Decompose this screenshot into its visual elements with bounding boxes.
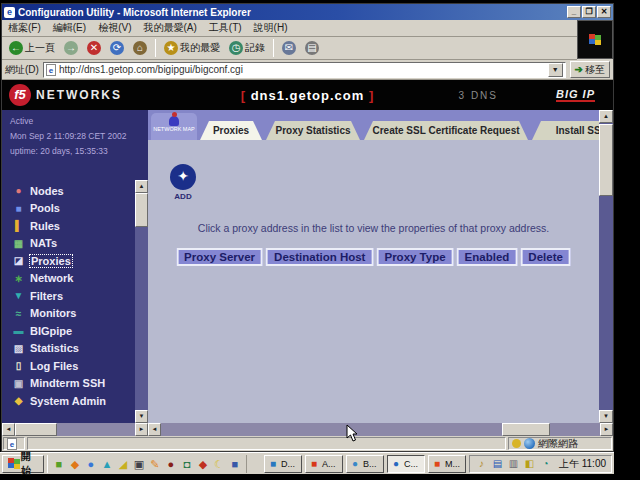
forward-button[interactable]: → [61, 39, 81, 58]
task-button-3[interactable]: ●B... [346, 455, 384, 473]
print-button[interactable]: ▤ [302, 39, 322, 58]
tab-create-ssl-certificate-request[interactable]: Create SSL Certificate Request [364, 121, 528, 140]
refresh-button[interactable]: ⟳ [107, 39, 127, 58]
menu-edit[interactable]: 編輯(E) [53, 21, 86, 35]
col-enabled[interactable]: Enabled [457, 248, 518, 266]
sidebar-item-bigpipe[interactable]: ▬BIGpipe [12, 322, 106, 340]
menu-file[interactable]: 檔案(F) [8, 21, 41, 35]
scroll-thumb[interactable] [599, 124, 613, 196]
back-button[interactable]: ← 上一頁 [6, 39, 58, 58]
monitors-icon: ≈ [12, 308, 25, 319]
quick-launch-icon-9[interactable]: ◘ [180, 457, 194, 471]
main-scrollbar-vertical[interactable]: ▲ ▼ [599, 110, 613, 423]
tab-proxy-statistics[interactable]: Proxy Statistics [266, 121, 360, 140]
sidebar-item-filters[interactable]: ▼Filters [12, 287, 106, 305]
quick-launch-icon-2[interactable]: ◆ [68, 457, 82, 471]
proxy-table: Proxy Server Destination Host Proxy Type… [173, 245, 574, 269]
browser-toolbar: ← 上一頁 → ✕ ⟳ ⌂ ★ 我的最愛 ◷ 記錄 [2, 37, 577, 60]
task-button-1[interactable]: ■D... [264, 455, 302, 473]
scroll-thumb[interactable] [15, 423, 57, 436]
sidebar-scrollbar[interactable]: ▲ ▼ [135, 180, 148, 423]
network-icon[interactable]: ▥ [507, 457, 520, 470]
minimize-button[interactable]: _ [567, 6, 581, 18]
quick-launch-icon-5[interactable]: ◢ [116, 457, 130, 471]
sidebar-item-statistics[interactable]: ▨Statistics [12, 340, 106, 358]
refresh-icon: ⟳ [110, 41, 124, 55]
scroll-right-icon[interactable]: ► [135, 423, 148, 436]
task-button-5[interactable]: ■M... [428, 455, 466, 473]
start-button[interactable]: 開始 [2, 455, 44, 473]
go-arrow-icon: ➔ [575, 64, 583, 75]
quick-launch-icon-10[interactable]: ◆ [196, 457, 210, 471]
address-input[interactable]: e http://dns1.getop.com/bigipgui/bigconf… [43, 62, 566, 78]
menu-favorites[interactable]: 我的最愛(A) [143, 21, 196, 35]
menu-help[interactable]: 說明(H) [254, 21, 288, 35]
app-icon: ■ [267, 458, 279, 470]
sidebar-item-log-files[interactable]: ▯Log Files [12, 357, 106, 375]
taskbar-clock: 上午 11:00 [559, 457, 606, 471]
scroll-left-icon[interactable]: ◄ [2, 423, 15, 436]
col-proxy-type[interactable]: Proxy Type [376, 248, 453, 266]
quick-launch-icon-4[interactable]: ▲ [100, 457, 114, 471]
close-button[interactable]: ✕ [597, 6, 611, 18]
sidebar-item-system-admin[interactable]: ◆System Admin [12, 392, 106, 410]
network-map-button[interactable]: NETWORK MAP [151, 113, 197, 140]
scroll-left-icon[interactable]: ◄ [148, 423, 161, 436]
favorites-button[interactable]: ★ 我的最愛 [161, 39, 223, 58]
restore-button[interactable]: ❐ [582, 6, 596, 18]
quick-launch-icon-6[interactable]: ▣ [132, 457, 146, 471]
home-button[interactable]: ⌂ [130, 39, 150, 58]
col-proxy-server[interactable]: Proxy Server [176, 248, 263, 266]
quick-launch-icon-1[interactable]: ■ [52, 457, 66, 471]
task-button-4[interactable]: ●C... [387, 455, 425, 473]
address-bar: 網址(D) e http://dns1.getop.com/bigipgui/b… [2, 60, 613, 80]
status-state: Active [10, 114, 126, 129]
address-dropdown-icon[interactable]: ▼ [548, 63, 563, 77]
col-destination-host[interactable]: Destination Host [266, 248, 373, 266]
scroll-thumb[interactable] [135, 193, 148, 227]
history-button[interactable]: ◷ 記錄 [226, 39, 268, 58]
mail-button[interactable]: ✉ [279, 39, 299, 58]
address-url: http://dns1.getop.com/bigipgui/bigconf.c… [59, 64, 545, 75]
taskbar: 開始 ■ ◆ ● ▲ ◢ ▣ ✎ ● ◘ ◆ ☾ ■ ■D... ■A... ●… [0, 452, 614, 474]
col-delete[interactable]: Delete [520, 248, 571, 266]
volume-icon[interactable]: ♪ [475, 457, 488, 470]
start-label: 開始 [21, 450, 38, 478]
sidebar-item-proxies[interactable]: ◪Proxies [12, 252, 106, 270]
sidebar-item-monitors[interactable]: ≈Monitors [12, 305, 106, 323]
sidebar-item-network[interactable]: ∗Network [12, 270, 106, 288]
scroll-down-icon[interactable]: ▼ [135, 410, 148, 423]
add-button[interactable]: ✦ [170, 164, 196, 190]
stop-button[interactable]: ✕ [84, 39, 104, 58]
sidebar-item-rules[interactable]: ▌Rules [12, 217, 106, 235]
scroll-right-icon[interactable]: ► [600, 423, 613, 436]
go-button[interactable]: ➔ 移至 [570, 61, 610, 78]
window-title: Configuration Utility - Microsoft Intern… [18, 7, 566, 18]
quick-launch-icon-12[interactable]: ■ [228, 457, 242, 471]
sidebar-item-pools[interactable]: ■Pools [12, 200, 106, 218]
scroll-up-icon[interactable]: ▲ [135, 180, 148, 193]
system-status: Active Mon Sep 2 11:09:28 CET 2002 uptim… [10, 114, 126, 159]
title-bar[interactable]: e Configuration Utility - Microsoft Inte… [2, 4, 613, 20]
tab-install-ssl-certificate[interactable]: Install SSL Certifi [532, 121, 599, 140]
menu-tools[interactable]: 工具(T) [209, 21, 242, 35]
display-icon[interactable]: ◧ [523, 457, 536, 470]
menu-view[interactable]: 檢視(V) [98, 21, 131, 35]
tab-proxies[interactable]: Proxies [200, 121, 262, 140]
scroll-down-icon[interactable]: ▼ [599, 410, 613, 423]
quick-launch-icon-11[interactable]: ☾ [212, 457, 226, 471]
sync-icon[interactable]: ◔ [539, 457, 552, 470]
sidebar-item-nodes[interactable]: ●Nodes [12, 182, 106, 200]
hostname: [ dns1.getop.com ] [2, 88, 613, 103]
sidebar-item-mindterm-ssh[interactable]: ▣Mindterm SSH [12, 375, 106, 393]
statistics-icon: ▨ [12, 343, 25, 354]
ime-icon[interactable]: ▤ [491, 457, 504, 470]
sidebar-item-nats[interactable]: ▦NATs [12, 235, 106, 253]
scroll-thumb[interactable] [502, 423, 550, 436]
quick-launch-icon-3[interactable]: ● [84, 457, 98, 471]
scroll-up-icon[interactable]: ▲ [599, 110, 613, 123]
quick-launch-icon-8[interactable]: ● [164, 457, 178, 471]
quick-launch-icon-7[interactable]: ✎ [148, 457, 162, 471]
task-buttons: ■D... ■A... ●B... ●C... ■M... [264, 455, 466, 473]
task-button-2[interactable]: ■A... [305, 455, 343, 473]
